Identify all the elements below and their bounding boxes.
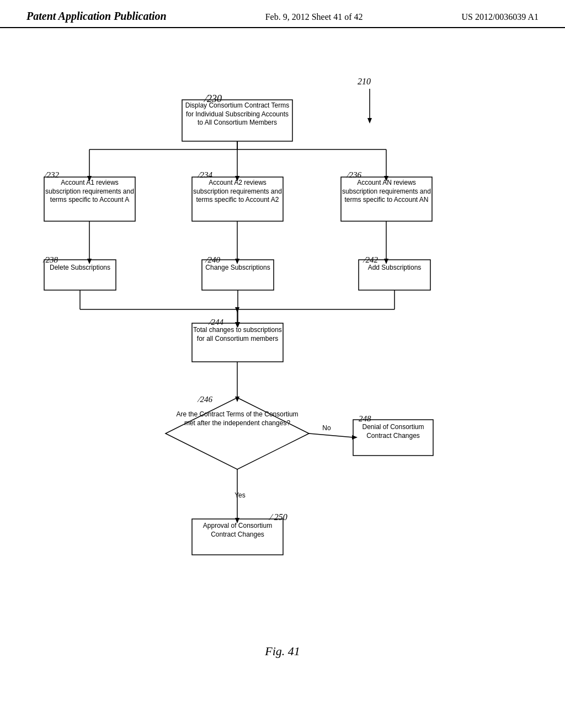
no-label: No: [316, 424, 338, 433]
fig-caption: Fig. 41: [265, 644, 300, 660]
ref-230: ∕230: [205, 93, 222, 105]
node-242-label: Add Subscriptions: [360, 264, 429, 272]
svg-line-38: [309, 433, 353, 437]
yes-label: Yes: [229, 491, 251, 500]
header-patent-number: US 2012/0036039 A1: [461, 12, 539, 22]
ref-210: 210: [358, 77, 371, 87]
ref-240: ∕240: [206, 255, 220, 265]
node-250-label: Approval of Consortium Contract Changes: [193, 522, 282, 539]
svg-marker-8: [166, 398, 309, 469]
node-238-label: Delete Subscriptions: [45, 264, 115, 272]
node-234-label: Account A2 reviews subscription requirem…: [193, 179, 282, 205]
node-230-label: Display Consortium Contract Terms for In…: [183, 101, 291, 127]
node-246-label: Are the Contract Terms of the Consortium…: [170, 410, 305, 427]
svg-marker-43: [367, 118, 372, 124]
node-248-label: Denial of Consortium Contract Changes: [354, 423, 432, 440]
diagram-svg: [0, 28, 565, 690]
ref-242: ∕242: [364, 255, 378, 265]
svg-marker-35: [235, 307, 239, 313]
ref-236: ∕236: [348, 170, 361, 180]
node-232-label: Account A1 reviews subscription requirem…: [45, 179, 134, 205]
ref-238: ∕238: [44, 255, 58, 265]
diagram-area: 210 Display Consortium Contract Terms fo…: [0, 28, 565, 690]
page-header: Patent Application Publication Feb. 9, 2…: [0, 0, 565, 28]
node-240-label: Change Subscriptions: [203, 264, 273, 272]
ref-244: ∕244: [210, 318, 223, 327]
ref-234: ∕234: [199, 170, 212, 180]
ref-248: 248: [359, 414, 371, 424]
ref-250: ∕ 250: [270, 512, 287, 522]
ref-232: ∕232: [45, 170, 59, 180]
header-date-sheet: Feb. 9, 2012 Sheet 41 of 42: [265, 12, 363, 22]
node-244-label: Total changes to subscriptions for all C…: [193, 326, 282, 343]
node-236-label: Account AN reviews subscription requirem…: [342, 179, 431, 205]
header-title: Patent Application Publication: [26, 10, 167, 23]
ref-246: ∕246: [199, 395, 212, 404]
